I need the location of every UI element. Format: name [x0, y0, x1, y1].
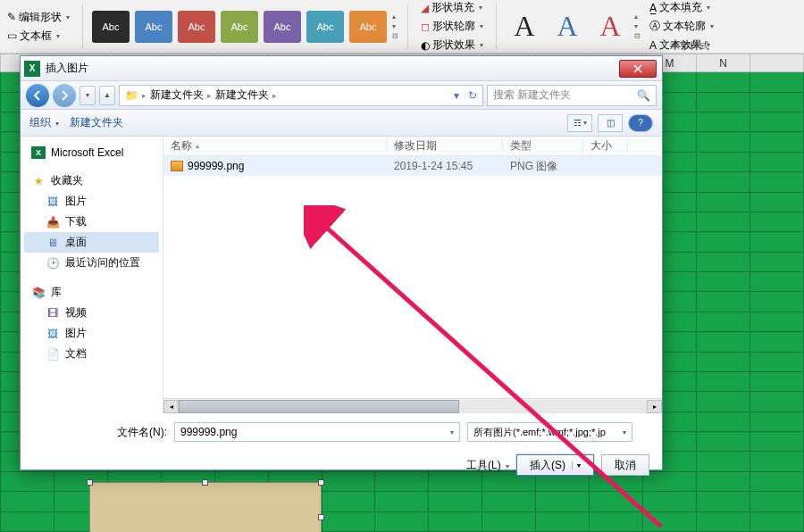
- new-folder-button[interactable]: 新建文件夹: [70, 115, 123, 130]
- scroll-thumb[interactable]: [179, 400, 459, 413]
- sidebar-label: 文档: [65, 346, 87, 362]
- separator: [407, 4, 408, 49]
- chevron-right-icon: ▸: [207, 91, 212, 100]
- sidebar-label: 下载: [65, 214, 87, 229]
- arrow-left-icon: [31, 89, 44, 102]
- up-button[interactable]: ▲: [99, 86, 115, 105]
- search-input[interactable]: 搜索 新建文件夹 🔍: [487, 85, 657, 106]
- dialog-footer: 文件名(N): 999999.png ▾ 所有图片(*.emf;*.wmf;*.…: [21, 413, 662, 485]
- shape-effect-button[interactable]: ◐ 形状效果 ▾: [417, 37, 487, 54]
- filename-input[interactable]: 999999.png ▾: [174, 422, 460, 442]
- column-header-date[interactable]: 修改日期: [387, 138, 503, 154]
- history-dropdown[interactable]: ▾: [80, 86, 96, 105]
- filter-value: 所有图片(*.emf;*.wmf;*.jpg;*.jp: [473, 426, 606, 439]
- column-header-type[interactable]: 类型: [503, 138, 583, 154]
- dropdown-icon: ▾: [479, 4, 482, 12]
- dropdown-icon: ▾: [56, 32, 60, 40]
- shape-style-4[interactable]: Abc: [221, 11, 258, 43]
- separator: [496, 4, 497, 49]
- text-effect-icon: A: [649, 39, 657, 52]
- shape-edit-group: ✎ 编辑形状 ▾ ▭ 文本框 ▾: [4, 9, 73, 45]
- column-header-name[interactable]: 名称 ▴: [163, 138, 387, 154]
- shape-style-7[interactable]: Abc: [349, 11, 387, 43]
- search-icon: 🔍: [637, 89, 650, 102]
- breadcrumb-dropdown[interactable]: ▾: [454, 89, 459, 102]
- tools-button[interactable]: 工具(L) ▾: [466, 458, 509, 473]
- shape-outline-label: 形状轮廓: [432, 19, 475, 34]
- scroll-left-button[interactable]: ◂: [163, 400, 179, 413]
- shape-style-2[interactable]: Abc: [135, 11, 172, 43]
- dialog-toolbar: 组织 ▾ 新建文件夹 ☶ ▾ ◫ ?: [21, 110, 662, 137]
- text-fill-button[interactable]: A̲ 文本填充 ▾: [646, 0, 717, 16]
- gallery-scroller[interactable]: ▴▾⊟: [634, 12, 641, 40]
- back-button[interactable]: [26, 84, 49, 107]
- dialog-navigation: ▾ ▲ 📁 ▸ 新建文件夹 ▸ 新建文件夹 ▸ ▾ ↻ 搜索 新建文件夹 🔍: [21, 81, 662, 110]
- wordart-style-3[interactable]: A: [591, 8, 629, 46]
- shape-styles-gallery[interactable]: Abc Abc Abc Abc Abc Abc Abc ▴▾⊟: [92, 11, 398, 43]
- shape-fill-button[interactable]: ◢ 形状填充 ▾: [417, 0, 487, 16]
- sidebar-item-desktop[interactable]: 🖥 桌面: [24, 232, 159, 253]
- wordart-style-2[interactable]: A: [549, 8, 586, 46]
- breadcrumb[interactable]: 📁 ▸ 新建文件夹 ▸ 新建文件夹 ▸ ▾ ↻: [119, 85, 483, 106]
- shape-style-5[interactable]: Abc: [264, 11, 301, 43]
- preview-pane-button[interactable]: ◫: [598, 114, 623, 132]
- split-dropdown-icon[interactable]: ▾: [572, 461, 581, 470]
- shape-fill-label: 形状填充: [431, 0, 474, 15]
- selected-shape-placeholder[interactable]: [89, 482, 322, 532]
- dropdown-icon: ▾: [623, 428, 626, 436]
- sidebar-item-downloads[interactable]: 📥 下载: [24, 212, 159, 232]
- sidebar-label: Microsoft Excel: [51, 146, 123, 159]
- cancel-button[interactable]: 取消: [601, 454, 649, 476]
- help-button[interactable]: ?: [628, 114, 653, 132]
- close-icon: [632, 64, 643, 73]
- column-header-size[interactable]: 大小: [583, 138, 628, 154]
- view-mode-button[interactable]: ☶ ▾: [567, 114, 592, 132]
- horizontal-scrollbar[interactable]: ◂ ▸: [163, 398, 662, 413]
- chevron-right-icon: ▸: [272, 91, 277, 100]
- breadcrumb-item[interactable]: 新建文件夹: [215, 87, 269, 103]
- sidebar-item-pictures-lib[interactable]: 🖼 图片: [24, 323, 159, 344]
- edit-shape-label: 编辑形状: [19, 10, 62, 25]
- refresh-button[interactable]: ↻: [468, 89, 477, 102]
- shape-style-1[interactable]: Abc: [92, 11, 130, 43]
- text-fill-label: 文本填充: [659, 0, 702, 15]
- sidebar-item-library[interactable]: 📚 库: [24, 282, 159, 303]
- sidebar-item-documents[interactable]: 📄 文档: [24, 344, 159, 364]
- documents-icon: 📄: [46, 348, 60, 361]
- desktop-icon: 🖥: [46, 237, 60, 249]
- shape-effect-label: 形状效果: [432, 37, 475, 53]
- gallery-scroller[interactable]: ▴▾⊟: [392, 12, 398, 40]
- forward-button[interactable]: [53, 84, 76, 107]
- sidebar-item-favorites[interactable]: ★ 收藏夹: [24, 170, 159, 191]
- close-button[interactable]: [619, 60, 657, 78]
- dialog-title: 插入图片: [46, 61, 88, 76]
- resize-handle[interactable]: [318, 514, 324, 520]
- organize-button[interactable]: 组织 ▾: [29, 115, 59, 130]
- sidebar-item-excel[interactable]: X Microsoft Excel: [24, 144, 159, 162]
- shape-style-3[interactable]: Abc: [178, 11, 215, 43]
- scroll-right-button[interactable]: ▸: [647, 400, 662, 413]
- insert-label: 插入(S): [530, 458, 565, 473]
- navigation-pane: X Microsoft Excel ★ 收藏夹 🖼 图片 📥 下载 🖥: [21, 137, 163, 413]
- video-icon: 🎞: [46, 307, 60, 320]
- filename-value: 999999.png: [180, 426, 237, 438]
- scroll-track[interactable]: [179, 400, 647, 413]
- text-outline-button[interactable]: Ⓐ 文本轮廓 ▾: [646, 18, 717, 35]
- column-header[interactable]: N: [697, 54, 750, 72]
- text-box-button[interactable]: ▭ 文本框 ▾: [4, 28, 73, 45]
- file-row[interactable]: 999999.png 2019-1-24 15:45 PNG 图像: [163, 156, 662, 176]
- sidebar-item-videos[interactable]: 🎞 视频: [24, 303, 159, 323]
- insert-button[interactable]: 插入(S) ▾: [516, 454, 594, 476]
- file-filter-dropdown[interactable]: 所有图片(*.emf;*.wmf;*.jpg;*.jp ▾: [467, 422, 632, 442]
- breadcrumb-item[interactable]: 新建文件夹: [150, 87, 204, 103]
- sidebar-item-recent[interactable]: 🕑 最近访问的位置: [24, 253, 159, 273]
- edit-shape-button[interactable]: ✎ 编辑形状 ▾: [4, 9, 73, 26]
- shape-style-6[interactable]: Abc: [306, 11, 344, 43]
- sidebar-item-pictures[interactable]: 🖼 图片: [24, 191, 159, 212]
- wordart-gallery[interactable]: A A A ▴▾⊟: [506, 8, 641, 46]
- dialog-titlebar[interactable]: X 插入图片: [21, 56, 662, 81]
- shape-outline-button[interactable]: ◻ 形状轮廓 ▾: [417, 18, 487, 35]
- cancel-label: 取消: [615, 458, 636, 473]
- wordart-style-1[interactable]: A: [506, 8, 543, 46]
- dropdown-icon[interactable]: ▾: [450, 428, 454, 436]
